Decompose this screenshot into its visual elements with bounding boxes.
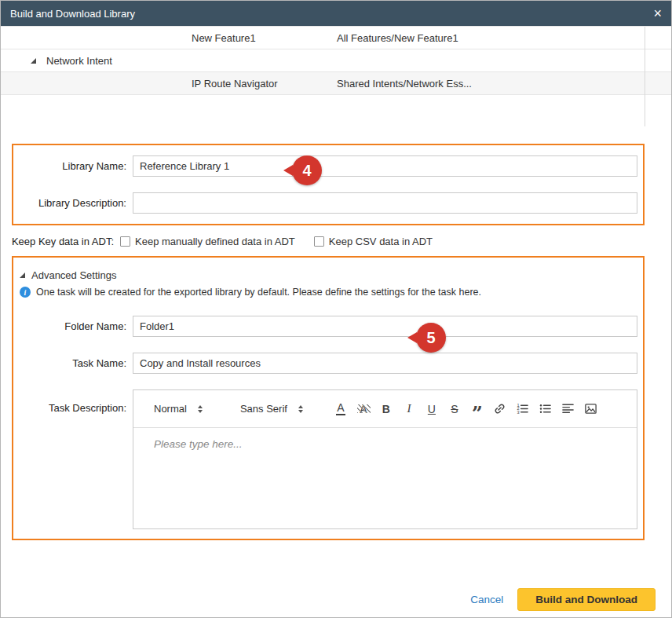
table-row[interactable]: New Feature1 All Features/New Feature1	[1, 27, 671, 49]
font-dropdown[interactable]: Sans Serif	[240, 403, 303, 415]
task-name-input[interactable]	[133, 353, 637, 374]
keep-csv-data-option[interactable]: Keep CSV data in ADT	[314, 236, 433, 247]
strikethrough-button[interactable]: S	[447, 399, 462, 419]
table-row[interactable]: IP Route Navigator Shared Intents/Networ…	[1, 72, 671, 95]
task-name-row: Task Name:	[13, 353, 637, 374]
library-highlight-box: Library Name: Library Description:	[12, 144, 645, 225]
underline-icon: U	[428, 404, 436, 415]
adt-options-row: Keep Key data in ADT: Keep manually defi…	[1, 235, 671, 247]
group-name: Network Intent	[46, 55, 112, 67]
dropdown-arrows-icon	[198, 405, 203, 413]
folder-name-input[interactable]	[133, 316, 637, 337]
cancel-button[interactable]: Cancel	[470, 594, 503, 605]
blockquote-button[interactable]: ”	[469, 399, 485, 419]
info-text: One task will be created for the exporte…	[36, 287, 481, 298]
editor-content-area[interactable]: Please type here...	[133, 428, 637, 528]
font-dropdown-value: Sans Serif	[240, 403, 287, 415]
blockquote-icon: ”	[472, 404, 483, 414]
text-color-button[interactable]: A	[333, 399, 349, 419]
format-dropdown[interactable]: Normal	[154, 403, 203, 415]
strikethrough-icon: S	[451, 404, 458, 415]
dialog-titlebar: Build and Download Library ×	[1, 1, 671, 26]
library-name-row: Library Name:	[13, 155, 637, 177]
task-description-editor[interactable]: Normal Sans Serif A	[133, 389, 637, 529]
keep-manual-data-checkbox[interactable]	[120, 236, 130, 247]
bullet-list-button[interactable]	[538, 399, 553, 419]
feature-name: New Feature1	[192, 32, 337, 44]
build-download-library-dialog: Build and Download Library × New Feature…	[0, 0, 672, 618]
feature-tree: New Feature1 All Features/New Feature1 N…	[1, 26, 671, 95]
build-and-download-button[interactable]: Build and Download	[517, 588, 656, 611]
dialog-title: Build and Download Library	[10, 8, 135, 20]
feature-path: Shared Intents/Network Ess...	[337, 78, 671, 90]
feature-name: IP Route Navigator	[192, 78, 337, 90]
bullet-list-icon	[539, 402, 552, 415]
align-left-icon	[561, 402, 575, 415]
italic-button[interactable]: I	[401, 399, 417, 419]
advanced-settings-highlight-box: Advanced Settings i One task will be cre…	[12, 256, 645, 540]
ordered-list-button[interactable]: 123	[515, 399, 531, 419]
task-description-label: Task Description:	[13, 389, 133, 414]
format-dropdown-value: Normal	[154, 403, 187, 415]
editor-toolbar: Normal Sans Serif A	[133, 390, 637, 428]
info-icon: i	[20, 287, 31, 298]
underline-button[interactable]: U	[424, 399, 440, 419]
svg-text:3: 3	[517, 410, 520, 415]
adt-label: Keep Key data in ADT:	[1, 236, 120, 247]
dialog-footer: Cancel Build and Download	[1, 588, 671, 611]
highlight-color-icon: A	[360, 404, 367, 415]
keep-csv-data-checkbox[interactable]	[314, 236, 324, 247]
align-button[interactable]	[561, 399, 576, 419]
folder-name-row: Folder Name:	[13, 316, 637, 337]
highlight-color-button[interactable]: A	[356, 399, 371, 419]
link-button[interactable]	[492, 399, 508, 419]
dropdown-arrows-icon	[298, 405, 303, 413]
library-name-label: Library Name:	[13, 160, 133, 172]
bold-icon: B	[382, 404, 390, 415]
italic-icon: I	[407, 403, 411, 415]
advanced-settings-header[interactable]: Advanced Settings	[13, 269, 637, 281]
close-icon[interactable]: ×	[653, 6, 662, 20]
expand-collapse-icon[interactable]	[31, 58, 36, 64]
task-name-label: Task Name:	[13, 357, 133, 369]
library-description-input[interactable]	[133, 192, 637, 214]
editor-placeholder: Please type here...	[154, 438, 243, 450]
advanced-settings-title: Advanced Settings	[31, 269, 116, 281]
link-icon	[493, 402, 506, 415]
callout-5: 5	[416, 323, 446, 353]
callout-4: 4	[292, 155, 322, 185]
collapse-icon[interactable]	[20, 272, 25, 278]
keep-manual-data-option[interactable]: Keep manually defined data in ADT	[120, 236, 295, 247]
bold-button[interactable]: B	[378, 399, 394, 419]
folder-name-label: Folder Name:	[13, 320, 133, 332]
table-row-group[interactable]: Network Intent	[1, 49, 671, 72]
scrollbar-track[interactable]	[645, 27, 645, 126]
feature-path: All Features/New Feature1	[337, 32, 671, 44]
task-description-row: Task Description: Normal Sans Serif	[13, 389, 637, 529]
image-button[interactable]	[583, 399, 599, 419]
info-row: i One task will be created for the expor…	[13, 286, 637, 298]
library-name-input[interactable]	[133, 155, 637, 177]
keep-manual-data-label: Keep manually defined data in ADT	[135, 236, 295, 247]
keep-csv-data-label: Keep CSV data in ADT	[329, 236, 433, 247]
image-icon	[584, 402, 597, 415]
ordered-list-icon: 123	[516, 402, 529, 415]
text-color-icon: A	[336, 402, 345, 415]
library-description-row: Library Description:	[13, 192, 637, 214]
library-description-label: Library Description:	[13, 197, 133, 209]
